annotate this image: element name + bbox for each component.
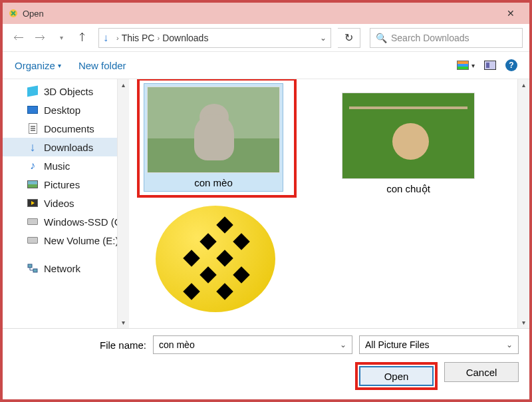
sidebar-item-drive-e[interactable]: New Volume (E:)	[3, 231, 129, 250]
highlight-annotation: Open	[355, 362, 438, 390]
nav-bar: 🡐 🡒 ▾ 🡑 ↓ › This PC › Downloads ⌄ ↻ 🔍 Se…	[3, 24, 529, 52]
sidebar-item-pictures[interactable]: Pictures	[3, 175, 129, 194]
sidebar-item-label: Music	[44, 160, 70, 172]
open-dialog: Open ✕ 🡐 🡒 ▾ 🡑 ↓ › This PC › Downloads ⌄…	[0, 0, 532, 402]
desktop-icon	[27, 104, 39, 116]
filename-input[interactable]: con mèo ⌄	[153, 335, 352, 354]
chevron-right-icon: ›	[116, 34, 119, 42]
cancel-button-label: Cancel	[466, 367, 497, 378]
sidebar-item-label: Pictures	[44, 179, 80, 190]
downloads-icon: ↓	[27, 141, 39, 153]
sidebar-scrollbar[interactable]: ▴▾	[117, 79, 129, 328]
sidebar-item-label: Network	[44, 263, 80, 274]
chevron-right-icon: ›	[157, 34, 160, 42]
sidebar-item-desktop[interactable]: Desktop	[3, 100, 129, 119]
sidebar-item-label: Documents	[44, 123, 94, 134]
address-bar[interactable]: ↓ › This PC › Downloads ⌄	[98, 28, 331, 48]
document-icon	[27, 122, 39, 134]
sidebar-item-label: Videos	[44, 198, 74, 209]
files-scrollbar[interactable]: ▴▾	[517, 79, 529, 328]
drive-icon	[27, 216, 39, 228]
chevron-down-icon[interactable]: ⌄	[340, 340, 346, 349]
sidebar-item-videos[interactable]: Videos	[3, 194, 129, 212]
file-thumbnail	[342, 93, 475, 179]
scroll-up-icon: ▴	[522, 81, 525, 89]
organize-menu[interactable]: Organize ▾	[15, 60, 61, 71]
close-button[interactable]: ✕	[497, 3, 524, 24]
open-button-label: Open	[384, 371, 409, 382]
drive-icon	[27, 234, 39, 246]
recent-dropdown[interactable]: ▾	[52, 29, 70, 47]
sidebar-item-label: Downloads	[44, 142, 93, 153]
scroll-up-icon: ▴	[122, 81, 125, 89]
filename-value: con mèo	[159, 339, 195, 350]
breadcrumb-folder[interactable]: Downloads	[162, 33, 208, 43]
search-input[interactable]: 🔍 Search Downloads	[370, 28, 523, 48]
sidebar-item-label: Windows-SSD (C	[44, 216, 122, 228]
address-dropdown-icon[interactable]: ⌄	[320, 33, 327, 43]
scroll-down-icon: ▾	[522, 319, 525, 326]
filter-label: All Picture Files	[365, 339, 429, 350]
svg-rect-2	[33, 269, 37, 272]
back-button[interactable]: 🡐	[9, 29, 28, 47]
file-name-label: con mèo	[194, 177, 233, 188]
organize-label: Organize	[15, 60, 55, 71]
file-list[interactable]: con mèo con chuột ▴▾	[129, 79, 529, 328]
sidebar-item-documents[interactable]: Documents	[3, 119, 129, 138]
downloads-arrow-icon: ↓	[103, 32, 108, 44]
sidebar-item-drive-c[interactable]: Windows-SSD (C	[3, 212, 129, 231]
sidebar-item-label: New Volume (E:)	[44, 235, 119, 246]
pictures-icon	[27, 178, 39, 190]
refresh-button[interactable]: ↻	[338, 28, 360, 48]
footer: File name: con mèo ⌄ All Picture Files ⌄…	[3, 328, 529, 399]
help-button[interactable]: ?	[505, 59, 517, 71]
newfolder-label: New folder	[78, 60, 126, 71]
sidebar-item-3dobjects[interactable]: 3D Objects	[3, 82, 129, 100]
sidebar-item-label: Desktop	[44, 104, 80, 116]
app-icon	[8, 8, 19, 19]
open-button[interactable]: Open	[359, 366, 434, 386]
breadcrumb-root[interactable]: This PC	[122, 33, 155, 43]
file-thumbnail	[156, 206, 275, 312]
forward-button[interactable]: 🡒	[31, 29, 49, 47]
folder-tree: 3D Objects Desktop Documents ↓Downloads …	[3, 79, 129, 328]
filetype-filter[interactable]: All Picture Files ⌄	[359, 335, 519, 354]
scroll-down-icon: ▾	[122, 319, 125, 326]
sidebar: 3D Objects Desktop Documents ↓Downloads …	[3, 79, 129, 328]
sidebar-item-label: 3D Objects	[44, 86, 93, 97]
file-item[interactable]	[156, 206, 275, 312]
file-item-selected[interactable]: con mèo	[144, 83, 283, 192]
up-button[interactable]: 🡑	[73, 29, 92, 47]
new-folder-button[interactable]: New folder	[78, 60, 126, 71]
sidebar-item-network[interactable]: Network	[3, 259, 129, 278]
preview-pane-button[interactable]	[484, 61, 496, 70]
sidebar-item-downloads[interactable]: ↓Downloads	[3, 138, 129, 156]
titlebar: Open ✕	[3, 3, 529, 24]
view-thumbnails-button[interactable]: ▾	[457, 61, 475, 70]
filename-label: File name:	[13, 339, 146, 351]
window-title: Open	[23, 9, 44, 19]
file-name-label: con chuột	[386, 183, 430, 195]
search-placeholder: Search Downloads	[391, 33, 469, 43]
network-icon	[27, 262, 39, 274]
search-icon: 🔍	[376, 33, 387, 43]
music-icon: ♪	[27, 160, 39, 172]
toolbar: Organize ▾ New folder ▾ ?	[3, 52, 529, 79]
svg-rect-1	[28, 264, 32, 268]
view-thumbnails-icon	[457, 61, 469, 70]
cancel-button[interactable]: Cancel	[444, 362, 519, 382]
chevron-down-icon[interactable]: ⌄	[506, 340, 513, 349]
3dobjects-icon	[27, 85, 39, 97]
main-area: 3D Objects Desktop Documents ↓Downloads …	[3, 79, 529, 328]
chevron-down-icon: ▾	[471, 62, 475, 69]
file-thumbnail	[147, 87, 280, 173]
chevron-down-icon: ▾	[58, 62, 61, 69]
sidebar-item-music[interactable]: ♪Music	[3, 156, 129, 175]
videos-icon	[27, 197, 39, 209]
file-item[interactable]: con chuột	[342, 93, 475, 195]
